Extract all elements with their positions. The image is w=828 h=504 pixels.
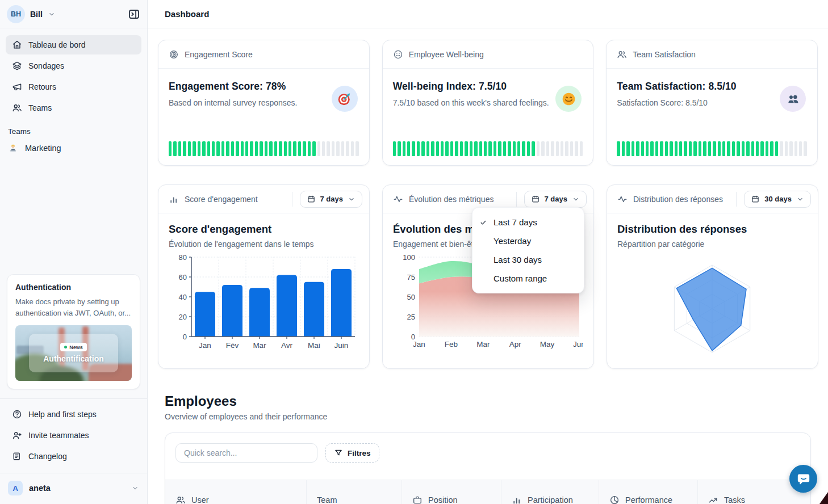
progress-segment (226, 141, 229, 156)
progress-segment (636, 141, 639, 156)
chevron-down-icon (348, 195, 356, 203)
progress-segment (703, 141, 706, 156)
employees-subtitle: Overview of employees and their performa… (165, 412, 811, 421)
progress-segment (770, 141, 773, 156)
filters-label: Filtres (348, 449, 371, 457)
sidebar-item-retours[interactable]: Retours (6, 77, 141, 96)
column-header-user[interactable]: User (165, 480, 306, 504)
svg-text:50: 50 (407, 293, 415, 301)
sidebar-item-changelog[interactable]: Changelog (6, 447, 141, 466)
sidebar-item-tableau-de-bord[interactable]: Tableau de bord (6, 35, 141, 54)
progress-segment (655, 141, 658, 156)
promo-card[interactable]: Authentication Make docs private by sett… (7, 274, 140, 389)
search-input[interactable] (175, 443, 317, 463)
menu-item[interactable]: Yesterday (472, 232, 584, 250)
user-name[interactable]: Bill (30, 10, 43, 19)
progress-segment (207, 141, 210, 156)
svg-text:Fév: Fév (226, 341, 239, 350)
progress-segment (727, 141, 730, 156)
menu-item[interactable]: Last 30 days (472, 250, 584, 269)
chevron-down-icon (131, 484, 139, 492)
chart (617, 254, 808, 364)
stat-card: Team SatisfactionTeam Satisfaction: 8.5/… (606, 40, 818, 166)
sidebar: BH Bill Tableau de bordSondagesRetoursTe… (0, 0, 148, 504)
chevron-down-icon (48, 10, 56, 18)
sidebar-collapse-button[interactable] (128, 8, 140, 20)
svg-text:Juin: Juin (334, 341, 349, 350)
stat-subtitle: Based on internal survey responses. (169, 98, 359, 107)
check-icon (479, 219, 487, 226)
main-header: Dashboard (148, 0, 828, 28)
workspace-switcher[interactable]: A aneta (0, 473, 147, 504)
chart-card-header-right: 7 days (516, 191, 587, 208)
workspace-name: aneta (29, 484, 51, 493)
progress-segment (561, 141, 563, 156)
stat-emoji-badge (780, 86, 806, 112)
progress-segment (303, 141, 306, 156)
stat-card: Employee Well-beingWell-being Index: 7.5… (382, 40, 594, 166)
sidebar-item-invite-teammates[interactable]: Invite teammates (6, 426, 141, 445)
progress-segment (503, 141, 506, 156)
sidebar-item-label: Teams (28, 103, 52, 112)
avatar[interactable]: BH (7, 5, 25, 23)
progress-segment (312, 141, 315, 156)
menu-item-label: Yesterday (494, 236, 531, 246)
sidebar-item-label: Invite teammates (28, 431, 89, 440)
progress-segment (441, 141, 444, 156)
sidebar-nav: Tableau de bordSondagesRetoursTeams (0, 28, 147, 117)
chart-card-header-label: Évolution des métriques (409, 195, 494, 204)
date-range-button[interactable]: 7 days (300, 191, 362, 208)
chat-widget-button[interactable] (789, 465, 817, 493)
emoji-users-icon (785, 91, 801, 107)
sidebar-item-sondages[interactable]: Sondages (6, 56, 141, 75)
progress-segment (265, 141, 267, 156)
progress-segment (393, 141, 396, 156)
sidebar-team-item[interactable]: Marketing (0, 138, 147, 158)
calendar-icon (531, 195, 540, 204)
users-icon (617, 49, 627, 60)
chart-card-row: Score d'engagement7 daysScore d'engageme… (158, 184, 818, 369)
progress-segment (746, 141, 749, 156)
progress-segment (751, 141, 754, 156)
divider (516, 192, 517, 207)
progress-segment (693, 141, 696, 156)
stat-card: Engagement ScoreEngagement Score: 78%Bas… (158, 40, 370, 166)
calendar-icon (751, 195, 760, 204)
sidebar-item-teams[interactable]: Teams (6, 98, 141, 117)
promo-image: News Authentification (15, 325, 132, 381)
progress-bar (617, 141, 807, 156)
column-header-performance[interactable]: Performance (599, 480, 697, 504)
column-header-team[interactable]: Team (306, 480, 402, 504)
progress-segment (317, 141, 320, 156)
filters-button[interactable]: Filtres (325, 443, 379, 463)
svg-text:20: 20 (179, 313, 187, 321)
progress-segment (479, 141, 482, 156)
progress-segment (498, 141, 501, 156)
sidebar-item-label: Retours (28, 82, 56, 91)
date-range-button[interactable]: 7 days (524, 191, 587, 208)
teams-section-label: Teams (0, 117, 147, 138)
column-header-participation[interactable]: Participation (501, 480, 599, 504)
layers-icon (12, 61, 22, 71)
chart-subtitle: Évolution de l'engagement dans le temps (169, 240, 359, 249)
emoji-smiley-icon (561, 91, 576, 107)
chart-card-header-left: Score d'engagement (169, 194, 258, 204)
svg-text:Jan: Jan (199, 341, 211, 350)
progress-segment (332, 141, 334, 156)
user-plus-icon (12, 430, 22, 440)
svg-text:Mar: Mar (253, 341, 266, 350)
svg-text:80: 80 (179, 254, 187, 262)
column-header-position[interactable]: Position (402, 480, 501, 504)
sidebar-item-help-and-first-steps[interactable]: Help and first steps (6, 405, 141, 424)
progress-segment (241, 141, 244, 156)
progress-segment (216, 141, 219, 156)
progress-segment (431, 141, 434, 156)
menu-item[interactable]: Custom range (472, 269, 584, 288)
changelog-icon (12, 451, 22, 461)
activity-icon (617, 194, 628, 204)
promo-title: Authentication (15, 283, 132, 292)
progress-segment (255, 141, 258, 156)
date-range-button[interactable]: 30 days (744, 191, 811, 208)
menu-item[interactable]: Last 7 days (472, 213, 584, 232)
users-icon (175, 495, 186, 504)
